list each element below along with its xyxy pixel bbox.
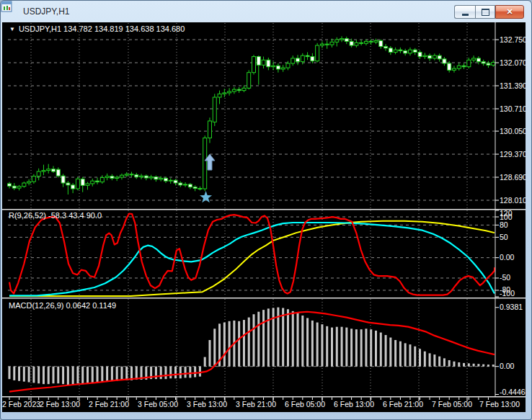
symbol-dropdown-icon: ▼ [9,26,15,32]
oscillator-indicator-label: R(9,26,52) -58.3 43.4 90.0 [9,211,102,220]
close-icon: ✕ [506,8,513,16]
minimize-icon [462,14,469,16]
header-close: 134.680 [156,24,185,33]
header-low: 134.638 [125,24,154,33]
maximize-icon [482,9,489,16]
minimize-button[interactable] [454,5,475,19]
chart-client-area: 132.750132.070131.390130.710130.050129.3… [2,22,526,412]
header-high: 134.819 [94,24,123,33]
chart-window-icon [7,6,19,17]
close-button[interactable]: ✕ [495,5,524,19]
window-title: USDJPY,H1 [23,6,69,17]
price-scale[interactable] [495,22,526,396]
header-symbol: USDJPY,H1 [19,24,61,33]
main-chart-pane[interactable] [2,22,526,209]
oscillator-pane[interactable] [2,210,526,297]
header-open: 134.782 [63,24,92,33]
window-controls: ✕ [454,5,524,19]
macd-indicator-label: MACD(12,26,9) 0.0642 0.1149 [9,301,116,310]
chart-window: USDJPY,H1 ✕ 132.750132.070131.390130.710… [0,0,532,420]
chart-ohlc-header: ▼USDJPY,H1 134.782 134.819 134.638 134.6… [9,24,185,33]
macd-pane[interactable] [2,299,526,396]
time-scale[interactable] [2,396,526,412]
title-bar[interactable]: USDJPY,H1 ✕ [1,1,531,22]
maximize-button[interactable] [475,5,495,19]
